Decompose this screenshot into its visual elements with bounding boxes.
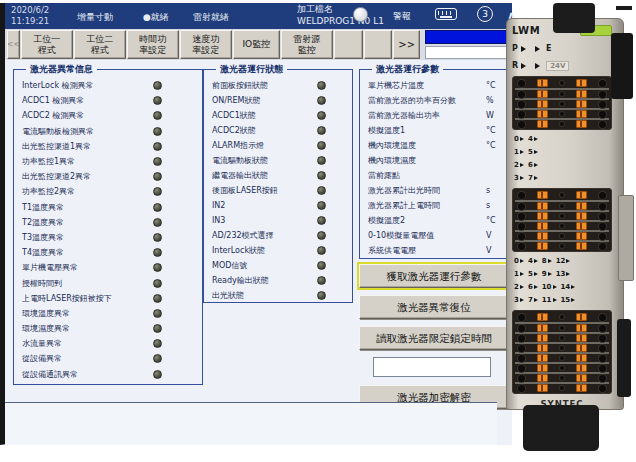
tab-3[interactable]: 時間功率設定 [127, 30, 179, 59]
param-row: 模擬溫度2°C [368, 213, 504, 228]
terminal-screw-icon [518, 101, 525, 108]
status-row: 從設備異常 [22, 351, 198, 366]
laser-code-input[interactable] [373, 357, 491, 377]
status-label: T1溫度異常 [22, 202, 153, 213]
param-label: 激光器累計出光時間 [368, 185, 486, 196]
terminal-screw-icon [518, 91, 525, 98]
module-top-side-clip [611, 33, 633, 99]
status-row: 電流驅動板狀態 [212, 153, 348, 168]
read-laser-lock-time-button[interactable]: 讀取激光器限定鎖定時間 [359, 326, 509, 350]
program-file-value: WELDPROG1 N0 L1 [297, 16, 384, 28]
laser-alarm-reset-button[interactable]: 激光器異常復位 [359, 295, 509, 319]
led-indicator-icon [153, 127, 162, 136]
led-indicator-icon [153, 187, 162, 196]
terminal-screw-icon [518, 121, 525, 128]
terminal-orange-icon [576, 232, 587, 240]
pin-labels-b: 0481215913261014371115 [512, 254, 612, 306]
led-indicator-icon [153, 354, 162, 363]
pin-labels-a: 04152637 [512, 132, 612, 184]
terminal-screw-icon [599, 111, 606, 118]
param-row: 機內環境溫度°C [368, 138, 504, 153]
bottom-strip [5, 402, 497, 445]
terminal-screw-icon [560, 224, 564, 228]
pin-label-row: 371115 [512, 293, 612, 306]
terminal-group-2 [512, 188, 612, 252]
param-row: 單片機芯片溫度°C [368, 78, 504, 93]
counter-icon[interactable]: 3 [477, 6, 493, 22]
terminal-orange-icon [576, 191, 587, 199]
keyboard-icon[interactable] [435, 8, 457, 20]
param-unit: °C [486, 216, 504, 225]
status-label: 從設備通訊異常 [22, 369, 153, 380]
terminal-orange-icon [537, 120, 548, 128]
led-indicator-icon [153, 324, 162, 333]
tab-blank-2 [364, 30, 393, 59]
status-row: Ready輸出狀態 [212, 273, 348, 288]
led-indicator-icon [153, 263, 162, 272]
empty-field[interactable] [425, 46, 512, 59]
terminal-row [515, 108, 609, 118]
tabs-forward-button[interactable]: >> [393, 30, 420, 59]
status-label: InterLock 檢測異常 [22, 80, 153, 91]
tab-1[interactable]: 工位一程式 [21, 30, 73, 59]
tab-side-fields [425, 30, 512, 59]
terminal-orange-icon [576, 110, 587, 118]
terminal-screw-icon [599, 91, 606, 98]
led-indicator-icon [317, 291, 326, 300]
panel-title: 激光器運行狀態 [216, 63, 287, 76]
param-label: 單片機芯片溫度 [368, 80, 486, 91]
terminal-screw-icon [560, 315, 564, 319]
led-indicator-icon [153, 279, 162, 288]
status-row: 上電時LASER按鈕被按下 [22, 291, 198, 306]
get-laser-run-params-button[interactable]: 獲取激光器運行參數 [359, 264, 509, 288]
terminal-orange-icon [576, 344, 587, 352]
module-model-label: LWM [512, 25, 540, 36]
terminal-screw-icon [560, 102, 564, 106]
pin-arrow-icon [520, 298, 524, 302]
tab-4[interactable]: 速度功率設定 [180, 30, 232, 59]
param-row: 激光器累計上電時間s [368, 198, 504, 213]
param-label: 機內環境溫度 [368, 140, 486, 151]
tab-5[interactable]: IO監控 [233, 30, 280, 59]
led-indicator-icon [153, 157, 162, 166]
terminal-row [515, 352, 609, 362]
panel-laser-run-params-body: 單片機芯片溫度°C當前激光器的功率百分數%當前激光器輸出功率W模擬溫度1°C機內… [368, 78, 504, 256]
led-indicator-icon [153, 309, 162, 318]
pin-arrow-icon [566, 259, 570, 263]
status-label: 授權時間到 [22, 278, 153, 289]
tab-6[interactable]: 雷射源監控 [281, 30, 333, 59]
terminal-screw-icon [599, 335, 606, 342]
terminal-screw-icon [560, 81, 564, 85]
terminal-orange-icon [537, 313, 548, 321]
tabs-back-button[interactable]: << [7, 30, 20, 59]
terminal-orange-icon [537, 110, 548, 118]
alarm-label[interactable]: 警報 [393, 10, 411, 23]
terminal-row [515, 230, 609, 240]
pin-arrow-icon [548, 259, 552, 263]
param-row: 0-10模擬量電壓值V [368, 228, 504, 243]
module-top-clip [553, 3, 595, 33]
terminal-screw-icon [560, 376, 564, 380]
terminal-orange-icon [537, 212, 548, 220]
terminal-orange-icon [576, 384, 587, 392]
tab-2[interactable]: 工位二程式 [74, 30, 126, 59]
ready-status: ●就緒 [143, 11, 169, 24]
terminal-screw-icon [599, 121, 606, 128]
status-label: 後面板LASER按鈕 [212, 185, 317, 196]
led-arrow-icon [521, 46, 526, 52]
module-bottom-connector [523, 405, 599, 451]
module-io-row-2: R 24V [512, 59, 612, 72]
param-unit: s [486, 201, 504, 210]
terminal-screw-icon [599, 213, 606, 220]
pin-arrow-icon [520, 285, 524, 289]
selected-field[interactable] [425, 30, 512, 44]
terminal-orange-icon [576, 374, 587, 382]
status-lamp-icon [353, 7, 368, 22]
module-side-latch [617, 319, 631, 397]
hmi-window: 2020/6/2 11:19:21 增量寸動 ●就緒 雷射就緒 加工檔名 WEL… [0, 3, 512, 445]
param-label: 模擬溫度1 [368, 125, 486, 136]
param-label: 模擬溫度2 [368, 215, 486, 226]
pin-arrow-icon [520, 272, 524, 276]
pin-label-row: 37 [512, 171, 612, 184]
terminal-orange-icon [537, 232, 548, 240]
